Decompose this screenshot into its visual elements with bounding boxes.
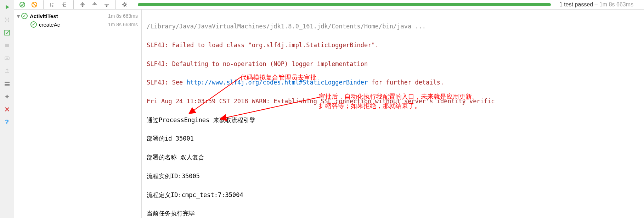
show-ignored-icon[interactable]	[30, 0, 39, 9]
slf4j-link[interactable]: http://www.slf4j.org/codes.html#StaticLo…	[187, 79, 368, 86]
console-line: Fri Aug 24 11:03:59 CST 2018 WARN: Estab…	[147, 97, 639, 106]
pin-icon[interactable]	[3, 92, 11, 101]
console-line: SLF4J: Failed to load class "org.slf4j.i…	[147, 40, 639, 50]
expand-icon[interactable]	[60, 0, 69, 9]
test-tree: ▼ ActivitiTest 1m 8s 663ms createAc 1m 8…	[14, 10, 142, 218]
export-icon[interactable]	[3, 67, 11, 75]
console-line: 部署的id 35001	[147, 134, 639, 143]
left-toolbar: ?	[0, 0, 14, 218]
console-line: 通过ProcessEngines 来获取流程引擎	[147, 115, 639, 125]
svg-point-3	[6, 58, 8, 59]
console-line: SLF4J: See http://www.slf4j.org/codes.ht…	[147, 78, 639, 87]
tree-child-row[interactable]: createAc 1m 8s 663ms	[16, 20, 140, 29]
svg-text:z: z	[52, 5, 53, 7]
tree-child-label: createAc	[39, 22, 108, 28]
console-line: /Library/Java/JavaVirtualMachines/jdk1.8…	[147, 22, 639, 31]
tree-child-time: 1m 8s 663ms	[108, 22, 140, 27]
svg-point-6	[20, 2, 25, 7]
next-icon[interactable]	[102, 0, 111, 9]
chevron-down-icon[interactable]: ▼	[16, 13, 21, 19]
run-icon[interactable]	[3, 3, 11, 11]
settings-icon[interactable]	[120, 0, 129, 9]
tests-passed-label: 1 test passed	[559, 1, 593, 7]
console-line: SLF4J: Defaulting to no-operation (NOP) …	[147, 59, 639, 69]
close-icon[interactable]	[3, 105, 11, 114]
stop-icon[interactable]	[3, 41, 11, 50]
tests-time-label: – 1m 8s 663ms	[593, 1, 633, 7]
test-status: 1 test passed – 1m 8s 663ms	[559, 1, 633, 8]
check-icon	[30, 21, 37, 28]
annotation-arrow-1	[188, 70, 244, 116]
console-output[interactable]: /Library/Java/JavaVirtualMachines/jdk1.8…	[142, 10, 644, 218]
svg-rect-4	[5, 82, 10, 83]
show-passed-icon[interactable]	[18, 0, 27, 9]
layout-icon[interactable]	[3, 80, 11, 88]
svg-point-10	[124, 4, 126, 6]
test-progress-bar	[138, 3, 551, 6]
top-toolbar: az 1 test passed – 1m 8s 6	[14, 0, 644, 10]
sort-icon[interactable]: az	[48, 0, 57, 9]
tree-root-row[interactable]: ▼ ActivitiTest 1m 8s 663ms	[16, 12, 140, 20]
svg-rect-5	[5, 84, 10, 86]
prev-icon[interactable]	[90, 0, 99, 9]
debug-icon[interactable]	[3, 16, 11, 24]
tree-root-label: ActivitiTest	[30, 13, 108, 19]
coverage-icon[interactable]	[3, 28, 11, 37]
console-line: 流程定义ID:cmpc_test:7:35004	[147, 190, 639, 200]
dump-icon[interactable]	[3, 54, 11, 62]
svg-rect-1	[5, 44, 9, 47]
console-line: 当前任务执行完毕	[147, 209, 639, 218]
svg-text:a: a	[52, 2, 53, 5]
check-icon	[21, 13, 28, 19]
console-line: 流程实例ID:35005	[147, 171, 639, 181]
collapse-all-icon[interactable]	[78, 0, 87, 9]
console-line: 部署的名称 双人复合	[147, 153, 639, 162]
help-icon[interactable]: ?	[3, 118, 11, 126]
tree-root-time: 1m 8s 663ms	[108, 13, 140, 19]
